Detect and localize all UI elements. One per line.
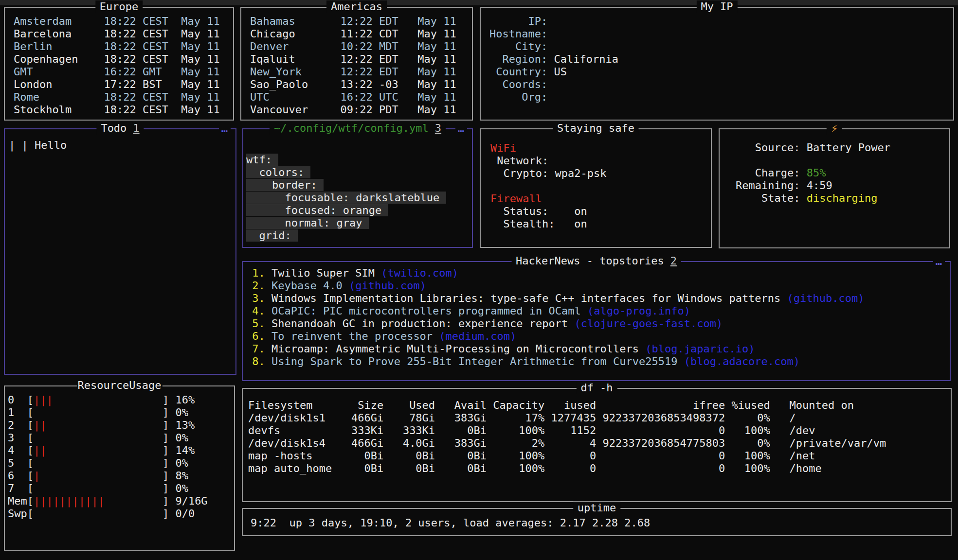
title-text: HackerNews - topstories bbox=[516, 255, 664, 267]
security-info: WiFi Network: Crypto: wpa2-psk Firewall … bbox=[481, 129, 711, 247]
df-row: /dev/disk1s1 466Gi 78Gi 383Gi 17% 127743… bbox=[248, 412, 951, 424]
title-text: Europe bbox=[100, 0, 138, 13]
config-file-text: wtf: colors: border: focusable: darkslat… bbox=[243, 129, 472, 247]
ip-info-row: Coords: bbox=[489, 78, 953, 91]
ip-info-row: Hostname: bbox=[489, 28, 953, 40]
hn-item[interactable]: 4. OCaPIC: PIC microcontrollers programm… bbox=[246, 305, 950, 317]
panel-uptime: uptime 9:22 up 3 days, 19:10, 2 users, l… bbox=[242, 508, 952, 536]
hn-item[interactable]: 5. Shenandoah GC in production: experien… bbox=[246, 317, 950, 330]
panel-title-battery: ⚡ bbox=[827, 122, 842, 135]
panel-battery: ⚡ Source: Battery Power Charge: 85%Remai… bbox=[719, 128, 950, 248]
panel-title-my-ip: My IP bbox=[696, 0, 737, 13]
clock-row: Vancouver 09:22 PDT May 11 bbox=[250, 104, 472, 116]
widget-shortcut-number: 3 bbox=[435, 122, 441, 134]
hn-item[interactable]: 6. To reinvent the processor (medium.com… bbox=[246, 330, 950, 343]
clock-row: Bahamas 12:22 EDT May 11 bbox=[250, 15, 472, 28]
panel-title-hackernews: HackerNews - topstories2 bbox=[511, 255, 681, 267]
clock-row: GMT 16:22 GMT May 11 bbox=[14, 66, 233, 78]
security-section-header: Firewall bbox=[490, 192, 711, 205]
panel-my-ip: My IP IP: Hostname: City: Region: Califo… bbox=[480, 7, 954, 121]
my-ip-list: IP: Hostname: City: Region: California C… bbox=[481, 8, 953, 120]
ip-info-row: Region: California bbox=[489, 53, 953, 66]
battery-row: Charge: 85% bbox=[736, 167, 949, 179]
ip-info-row: Org: bbox=[489, 91, 953, 104]
title-text: My IP bbox=[701, 0, 733, 13]
title-text: Americas bbox=[331, 0, 382, 13]
resource-row: Mem[||||||||||| ] 9/16G bbox=[8, 495, 234, 508]
resource-row: 7 [ ] 0% bbox=[8, 482, 234, 495]
uptime-line: 9:22 up 3 days, 19:10, 2 users, load ave… bbox=[251, 517, 951, 529]
resource-row: Swp[ ] 0/0 bbox=[8, 508, 234, 520]
hn-item[interactable]: 7. Microamp: Asymmetric Multi-Processing… bbox=[246, 343, 950, 355]
hackernews-list: 1. Twilio Super SIM (twilio.com) 2. Keyb… bbox=[243, 262, 950, 380]
resource-row: 6 [| ] 8% bbox=[8, 470, 234, 482]
hn-item[interactable]: 8. Using Spark to Prove 255-Bit Integer … bbox=[246, 355, 950, 368]
clock-row: Stockholm 18:22 CEST May 11 bbox=[14, 104, 233, 116]
hn-item[interactable]: 2. Keybase 4.0 (github.com) bbox=[246, 280, 950, 292]
clock-row: Iqaluit 12:22 EDT May 11 bbox=[250, 53, 472, 66]
df-table: Filesystem Size Used Avail Capacity iuse… bbox=[243, 389, 951, 501]
clock-row: Amsterdam 18:22 CEST May 11 bbox=[14, 15, 233, 28]
security-section-header: WiFi bbox=[490, 142, 711, 155]
resource-row: 1 [ ] 0% bbox=[8, 406, 234, 419]
ip-info-row: City: bbox=[489, 40, 953, 53]
todo-item[interactable]: | | Hello bbox=[9, 139, 235, 152]
clock-row: Chicago 11:22 CDT May 11 bbox=[250, 28, 472, 40]
config-line: border: bbox=[246, 179, 472, 192]
blank-line bbox=[736, 154, 949, 167]
clock-row: Denver 10:22 MDT May 11 bbox=[250, 40, 472, 53]
battery-info: Source: Battery Power Charge: 85%Remaini… bbox=[720, 129, 949, 247]
title-text: Staying safe bbox=[557, 122, 634, 134]
panel-title-americas: Americas bbox=[326, 0, 387, 13]
title-text: uptime bbox=[578, 502, 616, 514]
widget-shortcut-number: 1 bbox=[133, 122, 139, 134]
lightning-icon: ⚡ bbox=[831, 122, 838, 135]
panel-title-uptime: uptime bbox=[573, 502, 620, 514]
panel-title-df: df -h bbox=[576, 382, 617, 394]
config-line: normal: gray bbox=[246, 217, 472, 229]
config-line: wtf: bbox=[246, 154, 472, 166]
clock-row: New_York 12:22 EDT May 11 bbox=[250, 66, 472, 78]
config-line: focused: orange bbox=[246, 204, 472, 217]
clock-row: Copenhagen 18:22 CEST May 11 bbox=[14, 53, 233, 66]
widget-shortcut-number: 2 bbox=[670, 255, 677, 267]
panel-todo[interactable]: Todo1 … | | Hello bbox=[4, 128, 236, 375]
blank-line bbox=[490, 180, 711, 192]
panel-config-file[interactable]: ~/.config/wtf/config.yml3 … wtf: colors:… bbox=[242, 128, 473, 248]
security-row: Status: on bbox=[490, 205, 711, 218]
config-line: colors: bbox=[246, 166, 472, 179]
title-text: ResourceUsage bbox=[77, 379, 161, 391]
df-row: /dev/disk1s4 466Gi 4.0Gi 383Gi 2% 4 9223… bbox=[248, 437, 951, 450]
security-row: Crypto: wpa2-psk bbox=[490, 167, 711, 180]
resource-usage-list: 0 [||| ] 16%1 [ ] 0%2 [|| ] 13%3 [ ] 0%4… bbox=[5, 386, 234, 550]
clock-row: Barcelona 18:22 CEST May 11 bbox=[14, 28, 233, 40]
panel-americas: Americas Bahamas 12:22 EDT May 11Chicago… bbox=[240, 7, 473, 121]
scroll-ellipsis-icon: … bbox=[933, 255, 945, 268]
todo-list: | | Hello bbox=[5, 129, 235, 374]
clock-row: UTC 16:22 UTC May 11 bbox=[250, 91, 472, 104]
title-text: ~/.config/wtf/config.yml bbox=[274, 122, 429, 134]
resource-row: 5 [ ] 0% bbox=[8, 457, 234, 470]
hn-item[interactable]: 1. Twilio Super SIM (twilio.com) bbox=[246, 267, 950, 280]
title-text: df -h bbox=[580, 382, 613, 394]
df-header-row: Filesystem Size Used Avail Capacity iuse… bbox=[248, 399, 951, 412]
panel-df: df -h Filesystem Size Used Avail Capacit… bbox=[242, 388, 952, 502]
panel-staying-safe: Staying safe WiFi Network: Crypto: wpa2-… bbox=[480, 128, 712, 248]
panel-europe: Europe Amsterdam 18:22 CEST May 11Barcel… bbox=[4, 7, 234, 121]
panel-hackernews[interactable]: HackerNews - topstories2 … 1. Twilio Sup… bbox=[242, 261, 951, 381]
clock-row: Rome 18:22 CEST May 11 bbox=[14, 91, 233, 104]
resource-row: 4 [|| ] 14% bbox=[8, 444, 234, 457]
resource-row: 0 [||| ] 16% bbox=[8, 394, 234, 406]
window-top-edge bbox=[0, 0, 958, 5]
config-line: focusable: darkslateblue bbox=[246, 192, 472, 204]
battery-row: Source: Battery Power bbox=[736, 141, 949, 154]
hn-item[interactable]: 3. Windows Implementation Libraries: typ… bbox=[246, 292, 950, 305]
df-row: devfs 333Ki 333Ki 0Bi 100% 1152 0 100% /… bbox=[248, 424, 951, 437]
config-line: grid: bbox=[246, 229, 472, 242]
scroll-ellipsis-icon: … bbox=[455, 122, 467, 135]
scroll-ellipsis-icon: … bbox=[219, 122, 231, 135]
ip-info-row: Country: US bbox=[489, 66, 953, 78]
panel-title-config-file: ~/.config/wtf/config.yml3 bbox=[270, 122, 446, 135]
battery-row: Remaining: 4:59 bbox=[736, 179, 949, 192]
wtf-dashboard: Europe Amsterdam 18:22 CEST May 11Barcel… bbox=[0, 0, 958, 560]
